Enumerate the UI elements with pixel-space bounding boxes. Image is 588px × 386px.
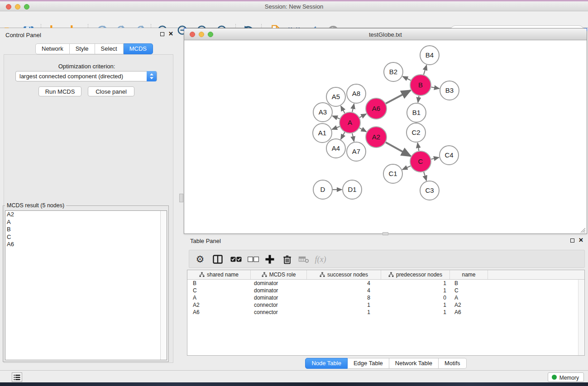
node-A7[interactable]: A7 [347, 142, 366, 161]
edge-A-A7[interactable] [352, 133, 354, 141]
svg-text:A1: A1 [318, 129, 326, 137]
edge-A-A1[interactable] [332, 126, 340, 129]
tab-motifs[interactable]: Motifs [439, 358, 467, 369]
vertical-split-handle[interactable] [179, 194, 183, 202]
edge-A-A5[interactable] [341, 106, 345, 113]
mcds-result-item[interactable]: A [5, 219, 167, 226]
column-header-MCDS-role[interactable]: MCDS role [251, 270, 307, 279]
node-A4[interactable]: A4 [326, 139, 345, 158]
resize-grip-icon[interactable] [579, 227, 586, 233]
horizontal-split-handle[interactable] [382, 232, 388, 235]
show-columns-icon[interactable] [211, 253, 225, 266]
criterion-dropdown[interactable]: largest connected component (directed) [15, 71, 157, 81]
edge-A-A4[interactable] [341, 132, 345, 139]
table-cell: 1 [381, 301, 450, 309]
mcds-result-item[interactable]: A2 [5, 211, 167, 219]
tab-style[interactable]: Style [70, 43, 95, 54]
tab-select[interactable]: Select [95, 43, 124, 54]
network-window-titlebar[interactable]: testGlobe.txt [184, 29, 587, 40]
mcds-list-scrollbar[interactable] [160, 211, 167, 360]
edge-B-B4[interactable] [424, 65, 426, 75]
node-A3[interactable]: A3 [313, 103, 332, 122]
run-mcds-button[interactable]: Run MCDS [38, 86, 81, 96]
create-column-icon[interactable] [263, 253, 277, 266]
table-row[interactable]: Adominator80A [187, 294, 584, 301]
table-cell: B [450, 280, 488, 287]
node-B1[interactable]: B1 [407, 103, 426, 122]
edge-C-C2[interactable] [418, 143, 419, 151]
tab-edge-table[interactable]: Edge Table [348, 358, 389, 369]
table-row[interactable]: Cdominator41C [187, 287, 584, 294]
mcds-result-item[interactable]: A6 [5, 241, 167, 248]
node-B[interactable]: B [410, 75, 431, 95]
select-all-columns-icon[interactable] [229, 253, 243, 266]
edge-B-B2[interactable] [403, 76, 411, 81]
edge-A-A8[interactable] [352, 104, 354, 112]
node-B4[interactable]: B4 [420, 46, 439, 65]
table-cell: 4 [307, 280, 381, 287]
table-row[interactable]: Bdominator41B [187, 280, 584, 287]
tab-node-table[interactable]: Node Table [305, 358, 348, 369]
node-D[interactable]: D [313, 180, 332, 199]
edge-A6-B[interactable] [386, 91, 411, 104]
node-A5[interactable]: A5 [326, 87, 345, 106]
mcds-result-item[interactable]: C [5, 234, 167, 241]
function-builder-icon[interactable]: f(x) [312, 253, 329, 266]
column-header-shared-name[interactable]: shared name [187, 270, 251, 279]
node-A6[interactable]: A6 [366, 98, 387, 119]
column-header-successor-nodes[interactable]: successor nodes [307, 270, 381, 279]
table-settings-icon[interactable]: ⚙ [194, 253, 206, 266]
node-B2[interactable]: B2 [384, 62, 403, 81]
table-scrollbar[interactable] [578, 280, 584, 355]
node-C2[interactable]: C2 [406, 123, 425, 142]
task-history-button[interactable] [12, 372, 22, 382]
edge-B-B1[interactable] [418, 96, 419, 103]
tab-mcds[interactable]: MCDS [124, 43, 153, 54]
memory-button[interactable]: Memory [548, 372, 584, 382]
node-C[interactable]: C [410, 151, 431, 172]
control-panel-tabs: NetworkStyleSelectMCDS [35, 43, 153, 54]
float-table-panel-icon[interactable] [570, 238, 574, 243]
edge-A-A2[interactable] [359, 128, 366, 132]
delete-table-icon[interactable] [297, 253, 311, 266]
node-C4[interactable]: C4 [440, 146, 459, 165]
close-table-panel-icon[interactable]: ✕ [578, 238, 583, 243]
mcds-result-list[interactable]: A2ABCA6 [5, 210, 167, 360]
node-C3[interactable]: C3 [420, 181, 439, 200]
edge-C-C4[interactable] [431, 157, 439, 159]
table-row[interactable]: A6connector11A6 [187, 309, 584, 316]
node-A2[interactable]: A2 [366, 127, 387, 148]
edge-A2-C[interactable] [386, 143, 411, 156]
table-cell: 1 [381, 280, 450, 287]
svg-text:A8: A8 [352, 90, 360, 97]
svg-text:D1: D1 [348, 186, 356, 193]
table-row[interactable]: A2connector11A2 [187, 301, 584, 309]
svg-text:A2: A2 [372, 133, 380, 141]
svg-text:B4: B4 [425, 51, 434, 59]
node-A1[interactable]: A1 [313, 124, 332, 143]
edge-A-A6[interactable] [359, 114, 366, 118]
deselect-all-columns-icon[interactable] [246, 253, 260, 266]
close-panel-icon[interactable]: ✕ [168, 32, 173, 36]
edge-B-B3[interactable] [431, 87, 440, 88]
node-D1[interactable]: D1 [343, 180, 362, 199]
node-B3[interactable]: B3 [440, 81, 459, 100]
tab-network-table[interactable]: Network Table [389, 358, 439, 369]
network-canvas[interactable]: B4B2BB3A8A5A6A3B1AC2A1A2A4A7C4CC1DD1C3 [185, 41, 586, 234]
table-panel-title: Table Panel [190, 238, 221, 244]
edge-C-C1[interactable] [402, 166, 411, 170]
node-A[interactable]: A [339, 112, 360, 133]
svg-text:C1: C1 [388, 170, 397, 177]
node-C1[interactable]: C1 [383, 164, 402, 183]
node-A8[interactable]: A8 [347, 84, 366, 103]
column-header-name[interactable]: name [450, 270, 488, 279]
edge-A-A3[interactable] [332, 116, 339, 119]
delete-column-icon[interactable] [280, 253, 294, 266]
close-panel-button[interactable]: Close panel [88, 86, 134, 96]
column-header-predecessor-nodes[interactable]: predecessor nodes [381, 270, 450, 279]
float-panel-icon[interactable] [160, 32, 164, 36]
tab-network[interactable]: Network [35, 43, 70, 54]
svg-text:B: B [418, 81, 423, 89]
edge-C-C3[interactable] [424, 172, 426, 181]
mcds-result-item[interactable]: B [5, 226, 167, 234]
